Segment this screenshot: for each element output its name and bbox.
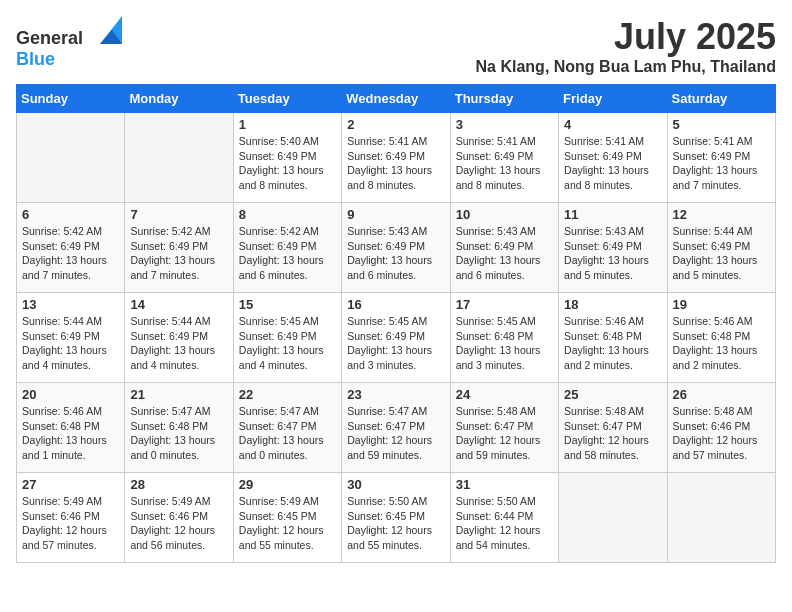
- title-block: July 2025 Na Klang, Nong Bua Lam Phu, Th…: [476, 16, 776, 76]
- day-info: Sunrise: 5:41 AMSunset: 6:49 PMDaylight:…: [456, 134, 553, 193]
- day-number: 17: [456, 297, 553, 312]
- day-number: 6: [22, 207, 119, 222]
- day-number: 19: [673, 297, 770, 312]
- calendar-cell: 11Sunrise: 5:43 AMSunset: 6:49 PMDayligh…: [559, 203, 667, 293]
- day-number: 23: [347, 387, 444, 402]
- day-number: 18: [564, 297, 661, 312]
- day-info: Sunrise: 5:44 AMSunset: 6:49 PMDaylight:…: [673, 224, 770, 283]
- day-info: Sunrise: 5:40 AMSunset: 6:49 PMDaylight:…: [239, 134, 336, 193]
- day-number: 28: [130, 477, 227, 492]
- day-number: 30: [347, 477, 444, 492]
- logo-blue-text: Blue: [16, 49, 55, 69]
- day-of-week-header: Friday: [559, 85, 667, 113]
- day-number: 15: [239, 297, 336, 312]
- day-number: 11: [564, 207, 661, 222]
- calendar-cell: 21Sunrise: 5:47 AMSunset: 6:48 PMDayligh…: [125, 383, 233, 473]
- calendar-cell: 14Sunrise: 5:44 AMSunset: 6:49 PMDayligh…: [125, 293, 233, 383]
- calendar-cell: [17, 113, 125, 203]
- calendar-table: SundayMondayTuesdayWednesdayThursdayFrid…: [16, 84, 776, 563]
- day-number: 27: [22, 477, 119, 492]
- day-of-week-header: Tuesday: [233, 85, 341, 113]
- calendar-cell: 22Sunrise: 5:47 AMSunset: 6:47 PMDayligh…: [233, 383, 341, 473]
- calendar-cell: 24Sunrise: 5:48 AMSunset: 6:47 PMDayligh…: [450, 383, 558, 473]
- day-of-week-header: Thursday: [450, 85, 558, 113]
- day-info: Sunrise: 5:41 AMSunset: 6:49 PMDaylight:…: [673, 134, 770, 193]
- day-of-week-header: Monday: [125, 85, 233, 113]
- day-info: Sunrise: 5:42 AMSunset: 6:49 PMDaylight:…: [130, 224, 227, 283]
- page-header: General Blue July 2025 Na Klang, Nong Bu…: [16, 16, 776, 76]
- calendar-cell: 9Sunrise: 5:43 AMSunset: 6:49 PMDaylight…: [342, 203, 450, 293]
- calendar-cell: [125, 113, 233, 203]
- calendar-cell: 10Sunrise: 5:43 AMSunset: 6:49 PMDayligh…: [450, 203, 558, 293]
- day-number: 31: [456, 477, 553, 492]
- day-info: Sunrise: 5:49 AMSunset: 6:45 PMDaylight:…: [239, 494, 336, 553]
- day-info: Sunrise: 5:46 AMSunset: 6:48 PMDaylight:…: [673, 314, 770, 373]
- day-info: Sunrise: 5:50 AMSunset: 6:44 PMDaylight:…: [456, 494, 553, 553]
- day-number: 1: [239, 117, 336, 132]
- day-info: Sunrise: 5:48 AMSunset: 6:47 PMDaylight:…: [456, 404, 553, 463]
- day-info: Sunrise: 5:47 AMSunset: 6:48 PMDaylight:…: [130, 404, 227, 463]
- calendar-cell: 19Sunrise: 5:46 AMSunset: 6:48 PMDayligh…: [667, 293, 775, 383]
- day-number: 7: [130, 207, 227, 222]
- calendar-cell: 25Sunrise: 5:48 AMSunset: 6:47 PMDayligh…: [559, 383, 667, 473]
- day-number: 25: [564, 387, 661, 402]
- day-number: 21: [130, 387, 227, 402]
- calendar-cell: 31Sunrise: 5:50 AMSunset: 6:44 PMDayligh…: [450, 473, 558, 563]
- subtitle: Na Klang, Nong Bua Lam Phu, Thailand: [476, 58, 776, 76]
- calendar-cell: 4Sunrise: 5:41 AMSunset: 6:49 PMDaylight…: [559, 113, 667, 203]
- calendar-cell: 26Sunrise: 5:48 AMSunset: 6:46 PMDayligh…: [667, 383, 775, 473]
- day-number: 14: [130, 297, 227, 312]
- day-number: 29: [239, 477, 336, 492]
- day-number: 26: [673, 387, 770, 402]
- logo-icon: [90, 16, 122, 44]
- day-info: Sunrise: 5:46 AMSunset: 6:48 PMDaylight:…: [564, 314, 661, 373]
- day-number: 20: [22, 387, 119, 402]
- calendar-cell: 2Sunrise: 5:41 AMSunset: 6:49 PMDaylight…: [342, 113, 450, 203]
- day-info: Sunrise: 5:44 AMSunset: 6:49 PMDaylight:…: [22, 314, 119, 373]
- day-number: 22: [239, 387, 336, 402]
- day-info: Sunrise: 5:48 AMSunset: 6:46 PMDaylight:…: [673, 404, 770, 463]
- calendar-cell: 16Sunrise: 5:45 AMSunset: 6:49 PMDayligh…: [342, 293, 450, 383]
- calendar-cell: 30Sunrise: 5:50 AMSunset: 6:45 PMDayligh…: [342, 473, 450, 563]
- day-number: 4: [564, 117, 661, 132]
- calendar-cell: 3Sunrise: 5:41 AMSunset: 6:49 PMDaylight…: [450, 113, 558, 203]
- day-info: Sunrise: 5:43 AMSunset: 6:49 PMDaylight:…: [564, 224, 661, 283]
- day-info: Sunrise: 5:46 AMSunset: 6:48 PMDaylight:…: [22, 404, 119, 463]
- calendar-cell: 29Sunrise: 5:49 AMSunset: 6:45 PMDayligh…: [233, 473, 341, 563]
- day-info: Sunrise: 5:42 AMSunset: 6:49 PMDaylight:…: [22, 224, 119, 283]
- day-number: 13: [22, 297, 119, 312]
- day-of-week-header: Wednesday: [342, 85, 450, 113]
- calendar-cell: 8Sunrise: 5:42 AMSunset: 6:49 PMDaylight…: [233, 203, 341, 293]
- calendar-cell: [559, 473, 667, 563]
- day-info: Sunrise: 5:49 AMSunset: 6:46 PMDaylight:…: [22, 494, 119, 553]
- calendar-cell: 15Sunrise: 5:45 AMSunset: 6:49 PMDayligh…: [233, 293, 341, 383]
- calendar-cell: 23Sunrise: 5:47 AMSunset: 6:47 PMDayligh…: [342, 383, 450, 473]
- day-info: Sunrise: 5:43 AMSunset: 6:49 PMDaylight:…: [347, 224, 444, 283]
- day-number: 10: [456, 207, 553, 222]
- day-info: Sunrise: 5:45 AMSunset: 6:48 PMDaylight:…: [456, 314, 553, 373]
- day-info: Sunrise: 5:41 AMSunset: 6:49 PMDaylight:…: [347, 134, 444, 193]
- day-info: Sunrise: 5:49 AMSunset: 6:46 PMDaylight:…: [130, 494, 227, 553]
- logo: General Blue: [16, 16, 122, 70]
- calendar-cell: 6Sunrise: 5:42 AMSunset: 6:49 PMDaylight…: [17, 203, 125, 293]
- day-info: Sunrise: 5:47 AMSunset: 6:47 PMDaylight:…: [239, 404, 336, 463]
- day-number: 16: [347, 297, 444, 312]
- calendar-cell: [667, 473, 775, 563]
- day-info: Sunrise: 5:44 AMSunset: 6:49 PMDaylight:…: [130, 314, 227, 373]
- day-info: Sunrise: 5:50 AMSunset: 6:45 PMDaylight:…: [347, 494, 444, 553]
- calendar-cell: 18Sunrise: 5:46 AMSunset: 6:48 PMDayligh…: [559, 293, 667, 383]
- calendar-cell: 13Sunrise: 5:44 AMSunset: 6:49 PMDayligh…: [17, 293, 125, 383]
- day-info: Sunrise: 5:45 AMSunset: 6:49 PMDaylight:…: [239, 314, 336, 373]
- day-number: 8: [239, 207, 336, 222]
- day-number: 3: [456, 117, 553, 132]
- calendar-cell: 5Sunrise: 5:41 AMSunset: 6:49 PMDaylight…: [667, 113, 775, 203]
- calendar-cell: 28Sunrise: 5:49 AMSunset: 6:46 PMDayligh…: [125, 473, 233, 563]
- day-number: 2: [347, 117, 444, 132]
- day-number: 12: [673, 207, 770, 222]
- calendar-cell: 27Sunrise: 5:49 AMSunset: 6:46 PMDayligh…: [17, 473, 125, 563]
- calendar-cell: 7Sunrise: 5:42 AMSunset: 6:49 PMDaylight…: [125, 203, 233, 293]
- calendar-cell: 1Sunrise: 5:40 AMSunset: 6:49 PMDaylight…: [233, 113, 341, 203]
- day-number: 9: [347, 207, 444, 222]
- day-info: Sunrise: 5:45 AMSunset: 6:49 PMDaylight:…: [347, 314, 444, 373]
- logo-general-text: General: [16, 28, 83, 48]
